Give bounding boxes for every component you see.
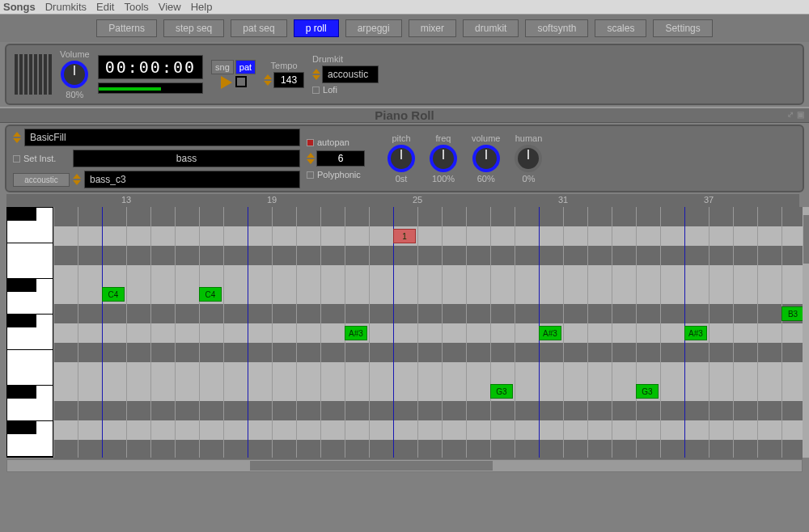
note-G3[interactable]: G3: [636, 384, 659, 399]
menu-help[interactable]: Help: [191, 1, 213, 13]
voice-value[interactable]: 6: [316, 150, 365, 167]
note-A#3[interactable]: A#3: [345, 326, 367, 340]
freq-knob-block: freq100%: [430, 133, 457, 184]
pitch-knob[interactable]: [388, 145, 415, 172]
kit-button[interactable]: accoustic: [13, 173, 70, 187]
tempo-value[interactable]: 143: [273, 72, 304, 88]
timecode: 00:00:00: [98, 55, 203, 79]
human-value: 0%: [523, 174, 536, 184]
pat-button[interactable]: pat: [235, 60, 256, 74]
transport-panel: Volume 80% 00:00:00 sng pat Tempo 143 Dr…: [5, 44, 804, 105]
human-knob[interactable]: [515, 145, 542, 172]
human-knob-block: human0%: [515, 133, 542, 184]
ruler-mark: 37: [704, 195, 714, 205]
window-max-icon[interactable]: ▣: [797, 110, 804, 119]
volume-value: 60%: [477, 174, 495, 184]
human-label: human: [515, 133, 543, 143]
ruler-mark: 19: [267, 195, 277, 205]
tabbar: Patternsstep seqpat seqp rollarpeggimixe…: [0, 15, 809, 42]
menubar: Songs Drumkits Edit Tools View Help: [0, 0, 809, 15]
drumkit-label: Drumkit: [312, 54, 343, 64]
note-A#3[interactable]: A#3: [539, 326, 561, 340]
piano-roll-titlebar: Piano Roll ⤢▣: [0, 107, 809, 123]
tempo-block: Tempo 143: [264, 61, 304, 88]
time-block: 00:00:00: [98, 55, 203, 94]
volume-knob[interactable]: [61, 61, 88, 88]
volume-knob-block: volume60%: [472, 133, 500, 184]
song-progress[interactable]: [98, 82, 203, 94]
tempo-label: Tempo: [271, 61, 298, 70]
menu-tools[interactable]: Tools: [124, 1, 148, 13]
tab-softsynth[interactable]: softsynth: [525, 19, 588, 37]
note-1[interactable]: 1: [393, 229, 416, 243]
tab-arpeggi[interactable]: arpeggi: [345, 19, 402, 37]
sng-pat-block: sng pat: [211, 60, 256, 89]
freq-knob[interactable]: [430, 145, 457, 172]
note-A#3[interactable]: A#3: [684, 326, 707, 340]
sng-button[interactable]: sng: [211, 60, 234, 74]
pitch-value: 0st: [396, 174, 408, 184]
tab-step-seq[interactable]: step seq: [163, 19, 224, 37]
set-inst-checkbox[interactable]: Set Inst.: [13, 154, 70, 163]
menu-edit[interactable]: Edit: [96, 1, 114, 13]
ruler-mark: 13: [121, 195, 131, 205]
timeline-ruler[interactable]: 1319253137: [6, 194, 799, 207]
ruler-mark: 25: [413, 195, 422, 205]
polyphonic-checkbox[interactable]: Polyphonic: [307, 170, 361, 179]
volume-block: Volume 80%: [60, 49, 90, 99]
piano-roll-grid: 1C4C4A#3A#3A#3G3G3B3: [6, 207, 803, 458]
tab-scales[interactable]: scales: [595, 19, 646, 37]
tab-mixer[interactable]: mixer: [409, 19, 456, 37]
lofi-checkbox[interactable]: Lofi: [312, 85, 337, 95]
note-G3[interactable]: G3: [490, 384, 513, 399]
voice-spinner[interactable]: [307, 153, 315, 164]
stop-button[interactable]: [235, 76, 247, 87]
tab-p-roll[interactable]: p roll: [294, 19, 339, 37]
pitch-label: pitch: [392, 133, 410, 143]
freq-value: 100%: [432, 174, 455, 184]
pattern-name[interactable]: BasicFill: [24, 129, 300, 146]
freq-label: freq: [436, 133, 451, 143]
tab-pat-seq[interactable]: pat seq: [231, 19, 286, 37]
volume-label: volume: [472, 133, 500, 143]
tab-Patterns[interactable]: Patterns: [96, 19, 157, 37]
pattern-spinner[interactable]: [13, 132, 21, 143]
volume-label: Volume: [60, 49, 90, 59]
menu-view[interactable]: View: [159, 1, 181, 13]
menu-songs[interactable]: Songs: [3, 1, 36, 13]
drumkit-block: Drumkit accoustic Lofi: [312, 54, 379, 95]
ruler-mark: 31: [558, 195, 568, 205]
piano-roll-title: Piano Roll: [375, 108, 434, 122]
play-button[interactable]: [221, 76, 232, 89]
drumkit-spinner[interactable]: [312, 69, 320, 80]
vu-meter: [15, 54, 52, 95]
sample-spinner[interactable]: [73, 174, 81, 185]
piano-keyboard[interactable]: [6, 207, 53, 458]
tab-Settings[interactable]: Settings: [653, 19, 712, 37]
note-C4[interactable]: C4: [199, 287, 222, 302]
window-min-icon[interactable]: ⤢: [787, 110, 794, 119]
horizontal-scrollbar[interactable]: [6, 459, 803, 472]
tempo-spinner[interactable]: [264, 74, 272, 86]
pitch-knob-block: pitch0st: [388, 133, 415, 184]
note-grid[interactable]: 1C4C4A#3A#3A#3G3G3B3: [53, 207, 803, 458]
autopan-checkbox[interactable]: autopan: [307, 137, 349, 147]
tab-drumkit[interactable]: drumkit: [463, 19, 519, 37]
menu-drumkits[interactable]: Drumkits: [45, 1, 87, 13]
sample-name[interactable]: bass_c3: [84, 171, 300, 188]
vertical-scrollbar[interactable]: [803, 207, 809, 458]
volume-knob[interactable]: [472, 145, 500, 172]
piano-roll-controls: BasicFill Set Inst. bass accoustic bass_…: [5, 125, 804, 192]
inst-group[interactable]: bass: [73, 150, 300, 167]
note-C4[interactable]: C4: [102, 287, 125, 302]
note-B3[interactable]: B3: [781, 306, 804, 321]
volume-value: 80%: [66, 90, 83, 99]
drumkit-value[interactable]: accoustic: [322, 65, 379, 83]
